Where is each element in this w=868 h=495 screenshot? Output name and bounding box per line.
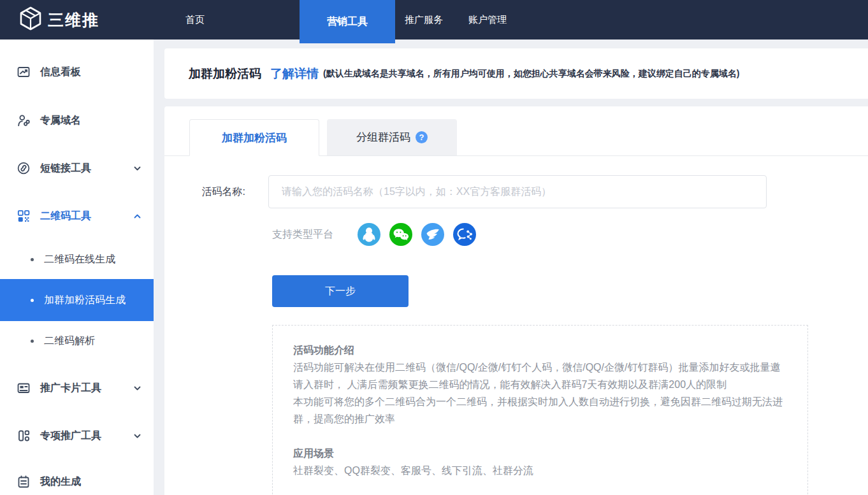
app-logo[interactable]: 三维推 [19,0,99,39]
sidebar-item-shortlink-tools[interactable]: 短链接工具 [0,154,154,183]
sidebar-item-qrcode-tools[interactable]: 二维码工具 [0,201,154,231]
feature-intro-paragraph-2: 本功能可将您的多个二维码合为一个二维码，并根据实时加入人数自动进行切换，避免因群… [293,393,787,427]
chevron-up-icon [133,212,142,221]
dashboard-icon [17,65,31,79]
special-promo-icon [17,429,31,443]
qrcode-icon [17,209,31,223]
main-content-panel: 加群加粉活码 分组群活码 ? 活码名称: 支持类型平台 [164,106,868,495]
wecom-icon[interactable] [453,223,476,246]
shortlink-icon [17,161,31,175]
feature-intro-title: 活码功能介绍 [293,341,787,359]
sidebar-item-label: 推广卡片工具 [40,382,101,395]
next-step-button[interactable]: 下一步 [272,275,409,307]
wechat-icon[interactable] [389,223,412,246]
bullet-icon [31,299,34,302]
feature-info-box: 活码功能介绍 活码功能可解决在使用二维码（微信/QQ/企微/钉钉个人码，微信/Q… [272,325,808,495]
sidebar-item-special-promo-tools[interactable]: 专项推广工具 [0,421,154,450]
sidebar-item-label: 专属域名 [40,114,81,127]
learn-more-link[interactable]: 了解详情 [270,66,319,82]
sidebar-item-label: 专项推广工具 [40,429,101,443]
use-case-title: 应用场景 [293,445,787,462]
submenu-item-qrcode-online-generate[interactable]: 二维码在线生成 [0,240,154,279]
livecode-name-row: 活码名称: [164,175,868,208]
sidebar-item-custom-domain[interactable]: 专属域名 [0,106,154,135]
help-question-icon[interactable]: ? [416,131,428,143]
feature-intro-paragraph-1: 活码功能可解决在使用二维码（微信/QQ/企微/钉钉个人码，微信/QQ/企微/钉钉… [293,359,787,393]
promo-card-icon [17,381,31,395]
nav-item-promotion-services[interactable]: 推广服务 [395,0,452,39]
submenu-item-qrcode-decode[interactable]: 二维码解析 [0,321,154,361]
qq-icon[interactable] [358,223,380,246]
sidebar-item-label: 我的生成 [40,475,81,489]
sidebar-item-promo-card-tools[interactable]: 推广卡片工具 [0,373,154,403]
dingtalk-icon[interactable] [421,223,444,246]
sidebar-item-my-generated[interactable]: 我的生成 [0,467,154,495]
qrcode-submenu: 二维码在线生成 加群加粉活码生成 二维码解析 [0,240,154,361]
chevron-down-icon [133,431,142,441]
chevron-down-icon [133,384,142,393]
platform-label: 支持类型平台 [272,228,333,241]
nav-item-account-management[interactable]: 账户管理 [456,0,519,39]
nav-item-home[interactable]: 首页 [163,0,227,39]
use-case-text: 社群裂变、QQ群裂变、客服号、线下引流、社群分流 [293,462,787,479]
sidebar-item-label: 信息看板 [40,66,81,79]
nav-item-marketing-tools-active[interactable]: 营销工具 [300,0,395,43]
submenu-item-group-livecode-generate-active[interactable]: 加群加粉活码生成 [0,279,154,321]
sidebar-item-label: 短链接工具 [40,162,91,175]
sidebar-item-label: 二维码工具 [40,210,91,223]
page-header-panel: 加群加粉活码 了解详情 (默认生成域名是共享域名，所有用户均可使用，如您担心共享… [164,48,868,99]
top-navbar: 三维推 首页 营销工具 推广服务 账户管理 [0,0,868,39]
platform-row: 支持类型平台 [164,223,868,246]
submenu-item-label: 二维码在线生成 [44,253,115,266]
tab-label: 分组群活码 [356,130,410,145]
chevron-down-icon [133,164,142,173]
bullet-icon [31,340,34,343]
sidebar: 信息看板 专属域名 短链接工具 [0,39,154,495]
my-generated-icon [17,475,31,489]
submenu-item-label: 二维码解析 [44,334,95,348]
page-title: 加群加粉活码 [189,66,261,82]
submenu-item-label: 加群加粉活码生成 [44,294,126,307]
app-logo-text: 三维推 [48,10,99,31]
livecode-name-input[interactable] [268,175,767,208]
tab-group-livecode-active[interactable]: 加群加粉活码 [189,119,319,156]
cube-logo-icon [19,6,42,33]
tab-bar: 加群加粉活码 分组群活码 ? [164,106,868,156]
sidebar-item-dashboard[interactable]: 信息看板 [0,57,154,87]
domain-share-note: (默认生成域名是共享域名，所有用户均可使用，如您担心共享域名会带来风险，建议绑定… [323,68,739,80]
livecode-name-label: 活码名称: [164,185,268,199]
tab-grouped-livecode[interactable]: 分组群活码 ? [327,119,457,155]
bullet-icon [31,258,34,261]
domain-icon [17,113,31,127]
